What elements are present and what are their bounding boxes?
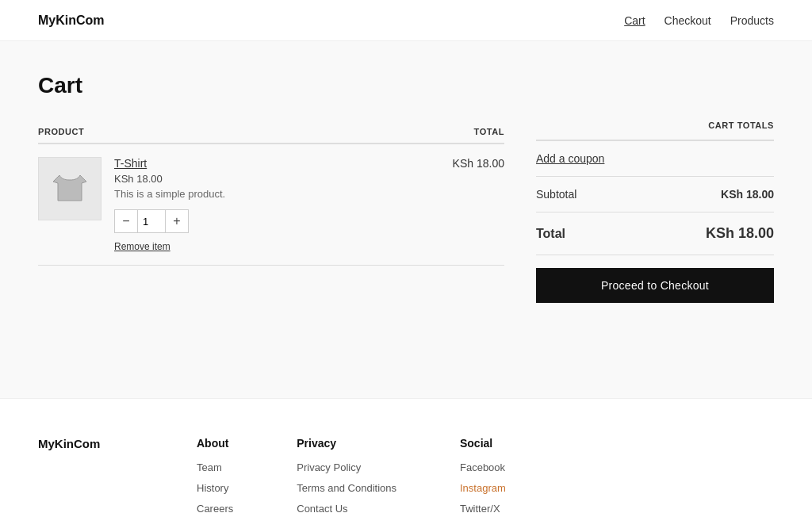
footer-link-instagram: Instagram: [460, 481, 506, 494]
nav-products[interactable]: Products: [730, 14, 774, 27]
footer-link-contact: Contact Us: [297, 502, 396, 513]
proceed-to-checkout-button[interactable]: Proceed to Checkout: [536, 268, 774, 303]
product-price: KSh 18.00: [114, 173, 225, 185]
footer-col-social-heading: Social: [460, 437, 506, 450]
main-content: Cart PRODUCT TOTAL: [0, 41, 812, 366]
item-total-cell: KSh 18.00: [403, 144, 504, 266]
cart-totals-header: CART TOTALS: [536, 121, 774, 141]
footer-col-privacy: Privacy Privacy Policy Terms and Conditi…: [297, 437, 396, 513]
nav-cart[interactable]: Cart: [624, 14, 645, 27]
quantity-decrease[interactable]: −: [115, 210, 137, 232]
footer-col-about: About Team History Careers: [197, 437, 233, 513]
total-value: KSh 18.00: [706, 225, 774, 242]
quantity-control: − +: [114, 209, 189, 233]
footer-link-careers: Careers: [197, 502, 233, 513]
quantity-increase[interactable]: +: [166, 210, 188, 232]
footer-top: MyKinCom About Team History Careers Priv…: [38, 437, 774, 513]
nav-checkout[interactable]: Checkout: [665, 14, 711, 27]
footer-col-social: Social Facebook Instagram Twitter/X: [460, 437, 506, 513]
footer-col-privacy-heading: Privacy: [297, 437, 396, 450]
product-cell: T-Shirt KSh 18.00 This is a simple produ…: [38, 144, 403, 266]
footer-link-privacy-policy: Privacy Policy: [297, 461, 396, 473]
product-image: [38, 157, 102, 220]
cart-layout: PRODUCT TOTAL: [38, 121, 774, 303]
coupon-row: Add a coupon: [536, 141, 774, 177]
cart-sidebar: CART TOTALS Add a coupon Subtotal KSh 18…: [536, 121, 774, 303]
footer-brand: MyKinCom: [38, 437, 133, 513]
col-header-product: PRODUCT: [38, 121, 403, 144]
cart-table: PRODUCT TOTAL: [38, 121, 504, 266]
footer: MyKinCom About Team History Careers Priv…: [0, 398, 812, 513]
product-name[interactable]: T-Shirt: [114, 157, 225, 170]
remove-item-link[interactable]: Remove item: [114, 241, 225, 252]
total-row: Total KSh 18.00: [536, 212, 774, 255]
subtotal-label: Subtotal: [536, 188, 576, 201]
add-coupon-link[interactable]: Add a coupon: [536, 152, 604, 165]
total-label: Total: [536, 227, 565, 241]
footer-link-team: Team: [197, 461, 233, 473]
footer-link-terms: Terms and Conditions: [297, 481, 396, 494]
subtotal-value: KSh 18.00: [721, 188, 774, 201]
header: MyKinCom Cart Checkout Products: [0, 0, 812, 41]
col-header-total: TOTAL: [403, 121, 504, 144]
footer-col-about-heading: About: [197, 437, 233, 450]
cart-main: PRODUCT TOTAL: [38, 121, 504, 266]
product-description: This is a simple product.: [114, 188, 225, 200]
product-info: T-Shirt KSh 18.00 This is a simple produ…: [114, 157, 225, 252]
cart-row: T-Shirt KSh 18.00 This is a simple produ…: [38, 144, 504, 266]
footer-link-facebook: Facebook: [460, 461, 506, 473]
main-nav: Cart Checkout Products: [624, 14, 774, 27]
subtotal-row: Subtotal KSh 18.00: [536, 177, 774, 212]
tshirt-icon: [48, 167, 91, 210]
page-title: Cart: [38, 73, 774, 98]
site-logo[interactable]: MyKinCom: [38, 13, 105, 28]
quantity-input[interactable]: [137, 210, 166, 232]
footer-link-twitter: Twitter/X: [460, 502, 506, 513]
footer-link-history: History: [197, 481, 233, 494]
footer-columns: About Team History Careers Privacy Priva…: [197, 437, 774, 513]
item-total: KSh 18.00: [453, 157, 504, 170]
